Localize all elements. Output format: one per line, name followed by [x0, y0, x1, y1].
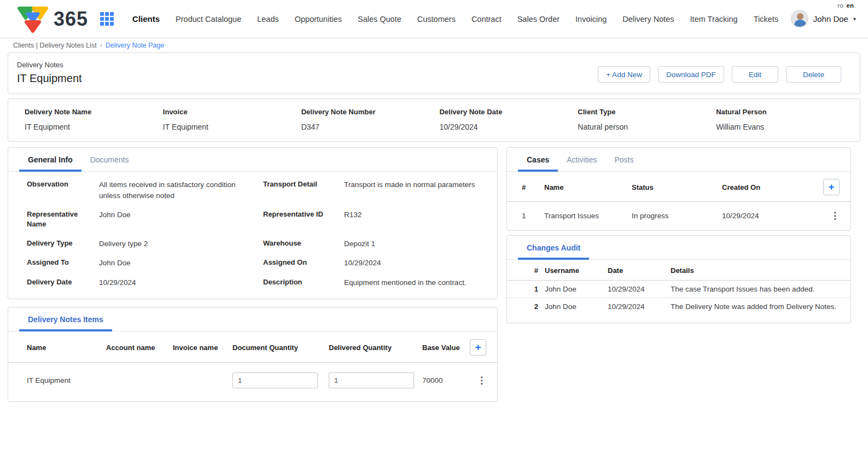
nav-item-delivery-notes[interactable]: Delivery Notes: [622, 15, 674, 24]
delivery-notes-items-card: Delivery Notes Items Name Account name I…: [8, 307, 498, 402]
summary-value: Natural person: [578, 123, 710, 131]
field-value: 10/29/2024: [344, 258, 486, 269]
item-base-value: 70000: [422, 376, 469, 385]
column-header: #: [520, 266, 545, 275]
tab-posts[interactable]: Posts: [606, 148, 643, 172]
summary-field: Invoice IT Equipment: [163, 108, 296, 131]
field-label: Warehouse: [263, 238, 344, 249]
audit-number: 1: [520, 285, 545, 293]
tab-activities[interactable]: Activities: [558, 148, 605, 172]
nav-item-invoicing[interactable]: Invoicing: [575, 15, 607, 24]
field-value: Equipment mentioned in the contract.: [344, 277, 486, 288]
add-case-button[interactable]: +: [823, 179, 840, 195]
field-value: R132: [344, 209, 486, 229]
cases-card: Cases Activities Posts # Name Status Cre…: [506, 147, 851, 231]
tab-changes-audit[interactable]: Changes Audit: [518, 236, 589, 260]
nav-item-clients[interactable]: Clients: [132, 14, 160, 24]
delete-button[interactable]: Delete: [786, 66, 841, 83]
audit-date: 10/29/2024: [608, 302, 671, 311]
breadcrumb-separator: ›: [100, 42, 102, 49]
general-info-card: General Info Documents Observation All i…: [8, 147, 498, 299]
download-pdf-button[interactable]: Download PDF: [658, 66, 724, 83]
summary-label: Delivery Note Number: [301, 108, 434, 116]
summary-label: Delivery Note Date: [439, 108, 572, 116]
summary-value: 10/29/2024: [439, 123, 572, 131]
field-value: John Doe: [99, 258, 263, 269]
table-row: IT Equipment 70000 ⋮: [8, 363, 497, 388]
table-row: 1 John Doe 10/29/2024 The case Transport…: [507, 281, 850, 298]
audit-username: John Doe: [545, 302, 608, 311]
breadcrumb-current[interactable]: Delivery Note Page: [106, 42, 165, 49]
tab-cases[interactable]: Cases: [518, 148, 558, 172]
field-label: Assigned To: [27, 258, 99, 269]
tab-delivery-notes-items[interactable]: Delivery Notes Items: [19, 307, 112, 331]
row-menu-icon[interactable]: ⋮: [830, 211, 840, 221]
nav-item-opportunities[interactable]: Opportunities: [295, 15, 342, 24]
column-header: Name: [544, 183, 632, 191]
edit-button[interactable]: Edit: [732, 66, 778, 83]
column-header: Delivered Quantity: [329, 344, 422, 352]
add-new-button[interactable]: + Add New: [598, 66, 650, 83]
user-name: John Doe: [813, 14, 848, 24]
tab-documents[interactable]: Documents: [81, 148, 138, 172]
summary-label: Client Type: [578, 108, 710, 116]
table-row: 2 John Doe 10/29/2024 The Delivery Note …: [507, 298, 850, 315]
column-header: Base Value: [422, 344, 469, 352]
field-label: Assigned On: [263, 258, 344, 269]
lang-en-link[interactable]: en: [847, 2, 854, 9]
tab-general-info[interactable]: General Info: [19, 148, 81, 172]
audit-date: 10/29/2024: [608, 285, 671, 293]
app-grid-icon[interactable]: [100, 12, 114, 26]
topbar-right: roen John Doe ▾: [791, 2, 856, 27]
nav-item-item-tracking[interactable]: Item Tracking: [690, 15, 738, 24]
field-label: Description: [263, 277, 344, 288]
summary-value: William Evans: [716, 123, 849, 131]
breadcrumb: Clients | Delivery Notes List › Delivery…: [0, 38, 868, 51]
summary-card: Delivery Note Name IT Equipment Invoice …: [8, 98, 860, 142]
column-header: Document Quantity: [232, 344, 329, 352]
lang-ro-link[interactable]: ro: [837, 2, 843, 9]
field-label: Delivery Date: [27, 277, 99, 288]
page-header-card: Delivery Notes IT Equipment + Add New Do…: [8, 53, 860, 94]
row-menu-icon[interactable]: ⋮: [477, 375, 486, 386]
case-status: In progress: [632, 212, 722, 220]
column-header: Details: [671, 266, 837, 275]
breadcrumb-root[interactable]: Clients | Delivery Notes List: [13, 42, 97, 49]
nav-item-customers[interactable]: Customers: [417, 15, 456, 24]
nav-item-product-catalogue[interactable]: Product Catalogue: [176, 15, 241, 24]
add-item-button[interactable]: +: [470, 339, 486, 356]
audit-table-header: # Username Date Details: [507, 260, 850, 281]
chevron-down-icon: ▾: [853, 16, 856, 22]
items-tabs: Delivery Notes Items: [8, 307, 497, 331]
nav-item-leads[interactable]: Leads: [257, 15, 279, 24]
column-header: Username: [545, 266, 608, 275]
nav-item-sales-order[interactable]: Sales Order: [517, 15, 560, 24]
field-value: Delivery type 2: [99, 238, 263, 249]
field-value: John Doe: [99, 209, 263, 229]
field-label: Delivery Type: [27, 238, 99, 249]
nav-item-contract[interactable]: Contract: [471, 15, 502, 24]
summary-value: IT Equipment: [163, 123, 296, 131]
column-header: Account name: [106, 344, 173, 352]
column-header: Created On: [722, 183, 817, 191]
column-header: Name: [19, 344, 106, 352]
delivered-quantity-input[interactable]: [329, 372, 414, 388]
field-value: Depozit 1: [344, 238, 486, 249]
nav-item-sales-quote[interactable]: Sales Quote: [358, 15, 401, 24]
summary-label: Delivery Note Name: [25, 108, 158, 116]
app-logo[interactable]: 365: [16, 5, 88, 33]
summary-value: IT Equipment: [25, 123, 158, 131]
case-created-on: 10/29/2024: [722, 212, 817, 220]
document-quantity-input[interactable]: [232, 372, 318, 388]
user-menu[interactable]: John Doe ▾: [791, 10, 856, 27]
field-value: All items received in satisfactory condi…: [99, 179, 263, 201]
nav-item-tickets[interactable]: Tickets: [754, 15, 778, 24]
main-nav: Clients Product Catalogue Leads Opportun…: [132, 14, 778, 24]
summary-label: Invoice: [163, 108, 296, 116]
field-value: Transport is made in normal parameters: [344, 179, 486, 201]
logo-text: 365: [54, 8, 88, 31]
table-row: 1 Transport Issues In progress 10/29/202…: [507, 202, 850, 230]
changes-audit-card: Changes Audit # Username Date Details 1 …: [506, 235, 851, 323]
case-name: Transport Issues: [544, 212, 632, 220]
item-name: IT Equipment: [19, 376, 106, 385]
